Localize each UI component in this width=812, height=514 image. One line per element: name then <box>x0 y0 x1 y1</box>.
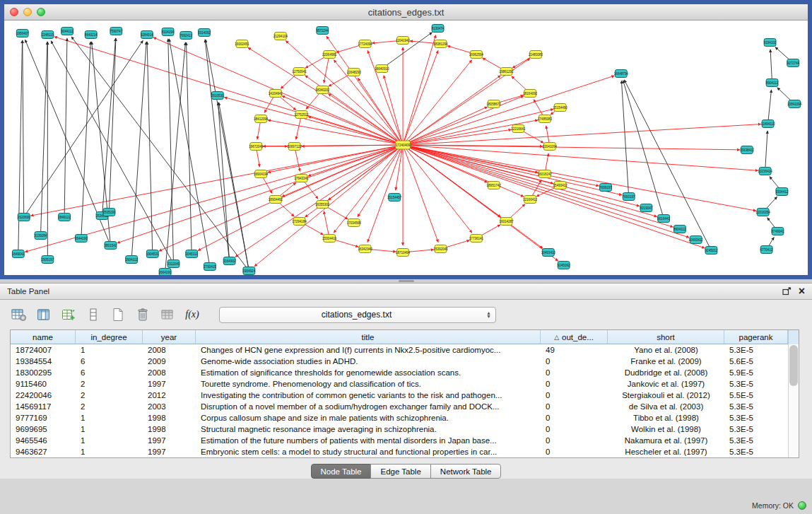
paper-node-yellow[interactable]: 18340202 <box>315 86 330 94</box>
paper-node-teal[interactable]: 10236414 <box>758 168 773 175</box>
paper-node-teal[interactable]: 9245092 <box>558 262 570 269</box>
close-panel-icon[interactable]: × <box>799 286 805 296</box>
paper-node-yellow[interactable]: 17943341 <box>294 175 309 182</box>
paper-node-teal[interactable]: 7690197 <box>623 193 635 201</box>
paper-node-teal[interactable]: 3164902 <box>223 257 236 265</box>
paper-node-yellow[interactable]: 22041094 <box>543 143 558 151</box>
table-row[interactable]: 1938455462009Genome-wide association stu… <box>11 356 799 367</box>
paper-node-yellow[interactable]: 12041942 <box>396 37 411 45</box>
paper-node-yellow[interactable]: 18412094 <box>254 115 269 123</box>
paper-node-yellow[interactable]: 18381294 <box>433 40 448 48</box>
paper-node-yellow[interactable]: 17485083 <box>538 115 553 123</box>
citation-edge[interactable] <box>403 145 756 211</box>
table-row[interactable]: 977716911998Corpus callosum shape and si… <box>11 412 799 424</box>
paper-node-teal[interactable]: 9314092 <box>198 29 211 37</box>
table-row[interactable]: 946362711997Embryonic stem cells: a mode… <box>11 446 799 457</box>
citation-edge[interactable] <box>621 81 628 197</box>
show-columns-button[interactable] <box>35 306 53 323</box>
delete-table-button[interactable] <box>134 306 152 323</box>
paper-node-teal[interactable]: 3644190 <box>75 235 88 243</box>
paper-node-teal[interactable]: 12016354 <box>756 209 771 216</box>
paper-node-yellow[interactable]: 16904194 <box>254 170 269 178</box>
paper-node-teal[interactable]: 1904924 <box>243 267 256 275</box>
table-row[interactable]: 1456911722003Disruption of a novel membe… <box>11 401 799 412</box>
paper-node-teal[interactable]: 8319047 <box>640 204 653 212</box>
table-row[interactable]: 946554611997Estimation of the future num… <box>11 435 799 446</box>
tab-network-table[interactable]: Network Table <box>430 464 502 479</box>
citation-edge[interactable] <box>81 42 90 238</box>
citation-edge[interactable] <box>403 145 758 170</box>
citation-network-graph[interactable]: 1724040918164092198612921696259418381294… <box>4 21 808 275</box>
paper-node-yellow[interactable]: 17240409 <box>396 141 411 149</box>
paper-node-teal[interactable]: 3312045 <box>167 260 180 268</box>
network-window-titlebar[interactable]: citations_edges.txt <box>4 4 808 21</box>
paper-node-teal[interactable]: 8904112 <box>766 79 779 87</box>
paper-node-teal[interactable]: 2905197 <box>42 256 54 264</box>
column-header-name[interactable]: name <box>11 330 76 344</box>
citation-edge[interactable] <box>396 145 403 190</box>
paper-node-teal[interactable]: 2610530 <box>211 92 224 100</box>
citation-edge[interactable] <box>102 38 116 216</box>
column-header-short[interactable]: short <box>608 330 724 344</box>
column-header-title[interactable]: title <box>196 330 541 344</box>
citation-edge[interactable] <box>768 90 772 124</box>
paper-node-teal[interactable]: 15938412 <box>740 146 755 154</box>
paper-node-yellow[interactable]: 21483083 <box>529 51 543 59</box>
paper-node-yellow[interactable]: 16962594 <box>469 51 484 59</box>
citation-edge[interactable] <box>109 38 116 212</box>
paper-node-teal[interactable]: 2045112 <box>186 250 199 258</box>
column-header-pagerank[interactable]: pagerank <box>724 330 788 344</box>
table-row[interactable]: 2242004622012Investigating the contribut… <box>11 390 799 401</box>
paper-node-yellow[interactable]: 19002451 <box>235 40 249 48</box>
citation-edge[interactable] <box>403 145 657 216</box>
import-table-button[interactable] <box>158 306 177 323</box>
column-header-year[interactable]: year <box>143 330 196 344</box>
paper-node-yellow[interactable]: 14204941 <box>269 90 283 98</box>
paper-node-yellow[interactable]: 18904492 <box>269 196 283 204</box>
column-header-in-degree[interactable]: in_degree <box>76 330 143 344</box>
citation-edge[interactable] <box>23 40 24 217</box>
paper-node-teal[interactable]: 2790415 <box>204 263 216 271</box>
paper-node-yellow[interactable]: 16355302 <box>315 201 330 209</box>
citation-edge[interactable] <box>765 131 767 171</box>
citation-edge[interactable] <box>403 145 599 186</box>
paper-node-teal[interactable]: 9044112 <box>61 28 73 35</box>
paper-node-yellow[interactable]: 18058672 <box>487 100 502 108</box>
paper-node-teal[interactable]: 10841094 <box>787 100 802 108</box>
citation-edge[interactable] <box>169 39 210 267</box>
paper-node-teal[interactable]: 16648734 <box>614 70 629 78</box>
citation-edge[interactable] <box>403 60 472 145</box>
edit-columns-button[interactable] <box>59 306 78 323</box>
network-canvas[interactable]: 1724040918164092198612921696259418381294… <box>4 21 808 275</box>
citation-edge[interactable] <box>403 145 705 248</box>
paper-node-teal[interactable]: 7699197 <box>599 184 612 192</box>
scrollbar-thumb[interactable] <box>789 345 798 386</box>
paper-node-teal[interactable]: 9304412 <box>776 188 789 196</box>
citation-edge[interactable] <box>205 40 230 261</box>
row-height-button[interactable] <box>84 306 102 323</box>
paper-node-yellow[interactable]: 17736141 <box>469 235 484 243</box>
paper-node-yellow[interactable]: 12216641 <box>511 125 526 133</box>
paper-node-yellow[interactable]: 16016247 <box>538 170 553 178</box>
paper-node-yellow[interactable]: 18164092 <box>523 90 538 98</box>
paper-node-yellow[interactable]: 12166412 <box>523 196 538 204</box>
citation-edge[interactable] <box>165 42 186 272</box>
paper-node-yellow[interactable]: 17294184 <box>292 218 307 226</box>
paper-node-teal[interactable]: 9572244 <box>316 27 329 35</box>
paper-node-yellow[interactable]: 22648293 <box>347 69 362 76</box>
paper-node-teal[interactable]: 8604112 <box>673 226 686 233</box>
paper-node-yellow[interactable]: 19672049 <box>249 143 264 151</box>
paper-node-yellow[interactable]: 16014287 <box>499 218 514 226</box>
citation-edge[interactable] <box>403 145 438 243</box>
function-builder-button[interactable]: f(x) <box>183 306 201 323</box>
paper-node-teal[interactable]: 2904112 <box>125 256 138 264</box>
vertical-scrollbar[interactable] <box>788 344 799 457</box>
table-row[interactable]: 1872400712008Changes of HCN gene express… <box>11 344 799 356</box>
citation-edge[interactable] <box>403 145 740 150</box>
citation-edge[interactable] <box>403 76 500 145</box>
paper-node-yellow[interactable]: 18951742 <box>487 182 502 189</box>
paper-node-teal[interactable]: 1904531 <box>146 250 159 258</box>
citation-edge[interactable] <box>147 42 153 254</box>
paper-node-yellow[interactable]: 12752512 <box>294 111 309 119</box>
paper-node-yellow[interactable]: 15154490 <box>553 104 568 112</box>
